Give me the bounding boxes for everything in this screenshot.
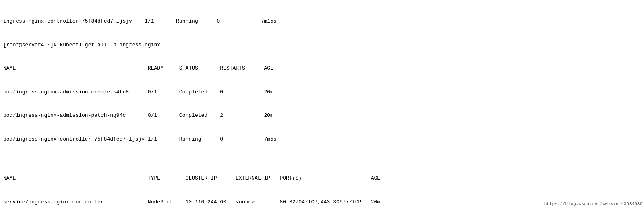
terminal-line-1: ingress-nginx-controller-75f84dfcd7-ljsj… xyxy=(3,17,641,25)
terminal-line-8: NAME TYPE CLUSTER-IP EXTERNAL-IP PORT(S)… xyxy=(3,174,641,182)
terminal-line-6: pod/ingress-nginx-controller-75f84dfcd7-… xyxy=(3,135,641,143)
terminal-output: ingress-nginx-controller-75f84dfcd7-ljsj… xyxy=(0,0,644,207)
terminal-line-3: NAME READY STATUS RESTARTS AGE xyxy=(3,64,641,72)
terminal-line-5: pod/ingress-nginx-admission-patch-ng94c … xyxy=(3,112,641,120)
terminal-line-2: [root@server4 ~]# kubectl get all -n ing… xyxy=(3,41,641,49)
url-bar: https://blog.csdn.net/weixin_43934036 xyxy=(543,201,644,207)
terminal-line-4: pod/ingress-nginx-admission-create-s4tn8… xyxy=(3,88,641,96)
